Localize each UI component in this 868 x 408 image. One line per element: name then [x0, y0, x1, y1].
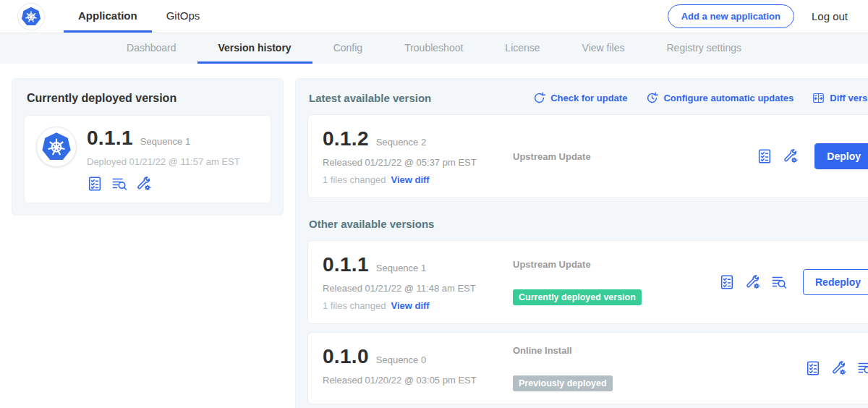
- version-card-0-1-2: 0.1.2Sequence 2Released 01/21/22 @ 05:37…: [307, 114, 868, 198]
- version-status-badge: Currently deployed version: [513, 289, 642, 305]
- other-versions-title: Other available versions: [309, 218, 868, 230]
- view-diff-link[interactable]: View diff: [391, 300, 429, 311]
- version-actions: [805, 360, 868, 376]
- add-application-button[interactable]: Add a new application: [668, 4, 794, 28]
- deployed-version-number: 0.1.1: [87, 127, 133, 150]
- version-number: 0.1.0: [323, 345, 369, 368]
- logout-link[interactable]: Log out: [812, 10, 848, 22]
- version-source: Online Install: [513, 345, 719, 356]
- panel-action-label: Diff versions: [830, 93, 868, 103]
- application-icon: [36, 127, 77, 167]
- version-status: Online InstallPreviously deployed: [513, 345, 719, 391]
- config-icon[interactable]: [87, 176, 103, 192]
- deploy-button[interactable]: Deploy: [814, 143, 868, 169]
- deployed-version-actions: [87, 176, 240, 192]
- version-status: Upstream UpdateCurrently deployed versio…: [513, 259, 719, 305]
- config-icon[interactable]: [805, 360, 821, 376]
- version-card-0-1-0: 0.1.0Sequence 0Released 01/20/22 @ 03:05…: [307, 332, 868, 404]
- files-changed-row: 1 files changedView diff: [323, 174, 513, 185]
- troubleshoot-icon[interactable]: [831, 360, 847, 376]
- version-actions: Redeploy: [719, 269, 868, 295]
- diff-icon: [812, 92, 825, 104]
- header-right: Add a new application Log out: [668, 4, 854, 28]
- deployed-card-title: Currently deployed version: [27, 92, 271, 105]
- subnav-tab-license[interactable]: License: [484, 33, 561, 64]
- header-tab-gitops[interactable]: GitOps: [152, 0, 215, 33]
- version-status: Upstream Update: [513, 151, 719, 162]
- version-sequence: Sequence 0: [376, 354, 426, 365]
- header-tabs: ApplicationGitOps: [64, 0, 214, 33]
- clock-refresh-icon: [646, 92, 658, 104]
- config-icon[interactable]: [719, 274, 735, 290]
- files-changed-row: 1 files changedView diff: [323, 300, 513, 311]
- refresh-icon: [533, 92, 545, 104]
- version-info: 0.1.0Sequence 0Released 01/20/22 @ 03:05…: [323, 345, 513, 386]
- diff-versions-link[interactable]: Diff versions: [812, 92, 868, 104]
- version-number: 0.1.1: [323, 253, 369, 276]
- deployed-version-sequence: Sequence 1: [140, 136, 190, 147]
- deployed-version-info: 0.1.1 Sequence 1 Deployed 01/21/22 @ 11:…: [87, 127, 240, 192]
- configure-automatic-updates-link[interactable]: Configure automatic updates: [646, 92, 793, 104]
- kubernetes-logo: [17, 3, 45, 30]
- troubleshoot-icon[interactable]: [136, 176, 152, 192]
- version-sequence: Sequence 2: [376, 137, 426, 148]
- troubleshoot-icon[interactable]: [783, 148, 799, 164]
- version-released-timestamp: Released 01/21/22 @ 11:48 am EST: [323, 283, 513, 294]
- view-diff-link[interactable]: View diff: [391, 174, 429, 185]
- view-files-icon[interactable]: [857, 360, 868, 376]
- version-sequence: Sequence 1: [376, 263, 426, 273]
- files-changed-count: 1 files changed: [323, 174, 386, 185]
- version-released-timestamp: Released 01/20/22 @ 03:05 pm EST: [323, 375, 513, 386]
- top-nav: ApplicationGitOps Add a new application …: [0, 0, 868, 33]
- other-versions-slot: 0.1.1Sequence 1Released 01/21/22 @ 11:48…: [307, 240, 868, 404]
- version-released-timestamp: Released 01/21/22 @ 05:37 pm EST: [323, 157, 513, 168]
- panel-actions: Check for updateConfigure automatic upda…: [533, 92, 868, 104]
- version-source: Upstream Update: [513, 151, 719, 162]
- version-actions: Deploy: [757, 143, 868, 169]
- currently-deployed-card: Currently deployed version 0.1.1 Sequenc…: [12, 78, 284, 216]
- main-content: Currently deployed version 0.1.1 Sequenc…: [0, 64, 868, 408]
- subnav-tab-config[interactable]: Config: [312, 33, 383, 64]
- view-files-icon[interactable]: [771, 274, 787, 290]
- header-tab-application[interactable]: Application: [64, 0, 152, 33]
- files-changed-count: 1 files changed: [323, 300, 386, 311]
- subnav-tab-version-history[interactable]: Version history: [197, 33, 312, 64]
- latest-available-title: Latest available version: [309, 92, 431, 104]
- view-files-icon[interactable]: [111, 176, 127, 192]
- redeploy-button[interactable]: Redeploy: [803, 269, 868, 295]
- version-info: 0.1.2Sequence 2Released 01/21/22 @ 05:37…: [323, 127, 513, 185]
- latest-available-header: Latest available version Check for updat…: [309, 92, 868, 104]
- deployed-timestamp: Deployed 01/21/22 @ 11:57 am EST: [87, 156, 240, 167]
- subnav-tab-registry-settings[interactable]: Registry settings: [646, 33, 762, 64]
- version-history-panel: Latest available version Check for updat…: [295, 78, 868, 408]
- version-number: 0.1.2: [323, 127, 369, 150]
- deployed-version-card: 0.1.1 Sequence 1 Deployed 01/21/22 @ 11:…: [24, 115, 271, 203]
- panel-action-label: Configure automatic updates: [663, 93, 793, 103]
- app-subnav: DashboardVersion historyConfigTroublesho…: [0, 33, 868, 64]
- config-icon[interactable]: [757, 148, 773, 164]
- check-for-update-link[interactable]: Check for update: [533, 92, 627, 104]
- subnav-tab-view-files[interactable]: View files: [561, 33, 646, 64]
- version-status-badge: Previously deployed: [513, 375, 613, 391]
- version-source: Upstream Update: [513, 259, 719, 270]
- version-info: 0.1.1Sequence 1Released 01/21/22 @ 11:48…: [323, 253, 513, 311]
- panel-action-label: Check for update: [550, 93, 627, 103]
- subnav-tab-dashboard[interactable]: Dashboard: [106, 33, 197, 64]
- version-card-0-1-1: 0.1.1Sequence 1Released 01/21/22 @ 11:48…: [307, 240, 868, 324]
- troubleshoot-icon[interactable]: [745, 274, 761, 290]
- kots-admin-console: ApplicationGitOps Add a new application …: [0, 0, 868, 408]
- subnav-tab-troubleshoot[interactable]: Troubleshoot: [383, 33, 484, 64]
- latest-version-slot: 0.1.2Sequence 2Released 01/21/22 @ 05:37…: [307, 114, 868, 198]
